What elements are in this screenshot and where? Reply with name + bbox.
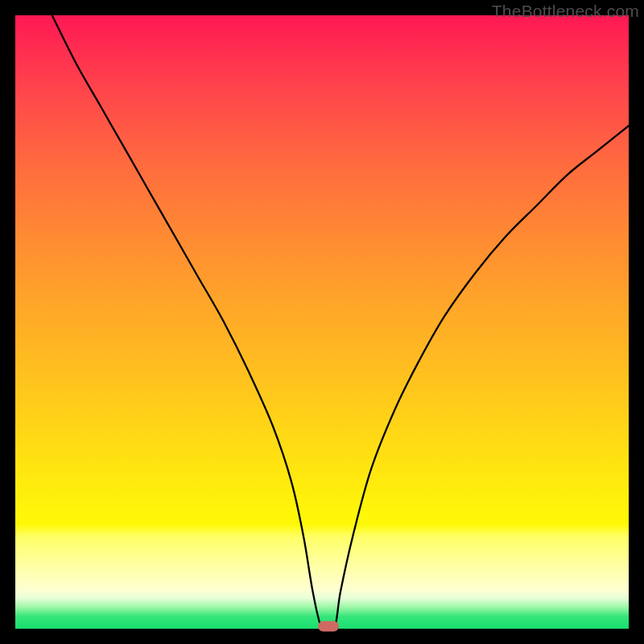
plot-area [15,15,629,629]
chart-frame: TheBottleneck.com [0,0,644,644]
bottleneck-curve [15,15,629,629]
watermark-text: TheBottleneck.com [492,2,639,21]
optimal-marker [318,621,339,632]
